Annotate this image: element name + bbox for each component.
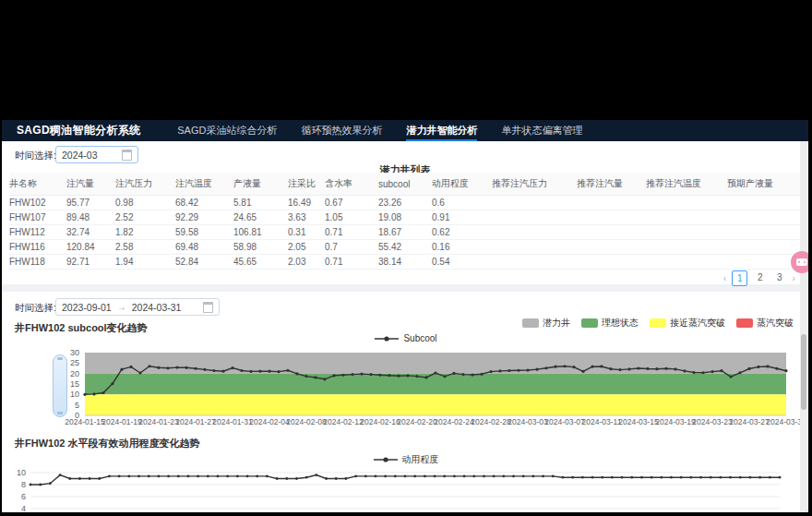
svg-text:6: 6 xyxy=(21,492,26,501)
table-cell: 0.31 xyxy=(288,225,325,240)
svg-text:2024-01-19: 2024-01-19 xyxy=(102,417,142,426)
table-cell xyxy=(646,210,727,225)
range-separator: → xyxy=(117,302,126,312)
table-cell: 23.26 xyxy=(378,196,432,210)
utilization-series-legend[interactable]: 动用程度 xyxy=(0,453,812,466)
line-marker-icon xyxy=(374,456,398,463)
table-cell: 0.71 xyxy=(325,255,378,270)
table-cell xyxy=(727,196,801,210)
band-legend: 潜力井理想状态接近蒸汽突破蒸汽突破 xyxy=(522,317,794,330)
table-cell xyxy=(727,255,801,270)
table-row[interactable]: FHW10295.770.9868.425.8116.490.6723.260.… xyxy=(9,196,801,210)
column-header: 注汽量 xyxy=(66,173,115,196)
band-legend-item[interactable]: 蒸汽突破 xyxy=(736,317,794,330)
potential-well-table: 井名称注汽量注汽压力注汽温度产液量注采比含水率subcool动用程度推荐注汽压力… xyxy=(9,173,801,270)
svg-text:2024-02-04: 2024-02-04 xyxy=(249,417,290,426)
pagination-prev-icon[interactable]: ‹ xyxy=(723,271,727,285)
table-cell: 0.98 xyxy=(115,196,175,210)
table-row[interactable]: FHW11232.741.8259.58106.810.310.7118.670… xyxy=(9,225,801,240)
svg-text:25: 25 xyxy=(70,358,79,367)
table-cell: 0.54 xyxy=(432,255,492,270)
table-cell xyxy=(577,255,646,270)
pagination-next-icon[interactable]: › xyxy=(792,271,795,285)
svg-text:2024-01-23: 2024-01-23 xyxy=(138,417,179,426)
band-legend-item[interactable]: 潜力井 xyxy=(522,317,570,330)
table-cell xyxy=(646,225,727,240)
table-cell: 2.58 xyxy=(115,240,175,255)
table-cell: 16.49 xyxy=(288,196,325,210)
subcool-line-chart: 0510152025302024-01-152024-01-192024-01-… xyxy=(0,340,812,427)
table-cell: FHW118 xyxy=(9,255,66,270)
table-cell: 5.81 xyxy=(233,196,288,210)
nav-item-0[interactable]: SAGD采油站综合分析 xyxy=(177,120,277,141)
svg-text:10: 10 xyxy=(70,390,79,399)
table-cell: FHW112 xyxy=(9,225,66,240)
svg-text:2024-01-27: 2024-01-27 xyxy=(175,417,216,426)
table-cell xyxy=(727,210,801,225)
table-header-row: 井名称注汽量注汽压力注汽温度产液量注采比含水率subcool动用程度推荐注汽压力… xyxy=(9,173,801,196)
pagination-page-2[interactable]: 2 xyxy=(753,270,767,284)
datazoom-slider[interactable] xyxy=(53,354,67,417)
section-divider xyxy=(2,284,808,292)
range-start-value: 2023-09-01 xyxy=(62,302,112,313)
table-row[interactable]: FHW116120.842.5869.4858.982.050.755.420.… xyxy=(9,240,801,255)
table-cell: 92.29 xyxy=(175,210,233,225)
column-header: 推荐注汽量 xyxy=(577,173,646,196)
table-cell xyxy=(577,225,646,240)
column-header: 注汽压力 xyxy=(115,173,175,196)
svg-text:2024-02-08: 2024-02-08 xyxy=(286,417,327,426)
column-header: 推荐注汽温度 xyxy=(646,173,727,196)
table-cell: 58.98 xyxy=(233,240,288,255)
band-legend-label: 理想状态 xyxy=(602,317,639,330)
pagination-page-1[interactable]: 1 xyxy=(732,270,747,286)
range-picker-label: 时间选择: xyxy=(15,302,56,315)
legend-swatch-icon xyxy=(650,318,666,328)
nav-item-3[interactable]: 单井状态偏离管理 xyxy=(501,120,582,141)
scrollbar-track[interactable] xyxy=(800,141,807,512)
table-cell xyxy=(646,240,727,255)
band-legend-label: 蒸汽突破 xyxy=(757,317,794,330)
table-cell: 24.65 xyxy=(233,210,288,225)
nav-item-1[interactable]: 循环预热效果分析 xyxy=(301,120,382,141)
svg-text:8: 8 xyxy=(21,480,26,489)
table-cell: 38.14 xyxy=(378,255,432,270)
month-picker-value: 2024-03 xyxy=(62,150,98,161)
month-picker-input[interactable]: 2024-03 xyxy=(55,146,138,163)
band-legend-item[interactable]: 接近蒸汽突破 xyxy=(650,317,725,330)
table-cell: 3.63 xyxy=(288,210,325,225)
table-cell: 68.42 xyxy=(175,196,233,210)
table-row[interactable]: FHW11892.711.9452.8445.652.030.7138.140.… xyxy=(9,255,801,270)
nav-item-2[interactable]: 潜力井智能分析 xyxy=(406,120,477,141)
svg-text:2024-03-03: 2024-03-03 xyxy=(508,417,548,426)
table-cell: 0.67 xyxy=(325,196,378,210)
scrollbar-thumb[interactable] xyxy=(801,334,806,410)
band-legend-item[interactable]: 理想状态 xyxy=(581,317,639,330)
column-header: 注采比 xyxy=(288,173,325,196)
app-title: SAGD稠油智能分析系统 xyxy=(17,123,140,138)
table-cell xyxy=(577,196,646,210)
date-range-input[interactable]: 2023-09-01 → 2024-03-31 xyxy=(55,298,220,316)
table-cell xyxy=(577,240,646,255)
column-header: subcool xyxy=(378,173,432,196)
svg-text:2024-03-23: 2024-03-23 xyxy=(692,417,733,426)
column-header: 注汽温度 xyxy=(175,173,233,196)
legend-swatch-icon xyxy=(581,318,598,328)
table-cell: 19.08 xyxy=(378,210,432,225)
table-cell: 18.67 xyxy=(378,225,432,240)
table-cell: 52.84 xyxy=(175,255,233,270)
table-cell: 55.42 xyxy=(378,240,432,255)
table-cell: 1.82 xyxy=(115,225,175,240)
window-frame xyxy=(808,0,812,516)
svg-text:2024-03-11: 2024-03-11 xyxy=(582,417,622,426)
robot-icon xyxy=(796,258,807,266)
table-cell: 1.94 xyxy=(115,255,175,270)
band-legend-label: 潜力井 xyxy=(543,317,570,330)
table-cell xyxy=(492,225,577,240)
table-cell: 0.62 xyxy=(432,225,492,240)
table-row[interactable]: FHW10789.482.5292.2924.653.631.0519.080.… xyxy=(9,210,801,225)
table-cell xyxy=(727,240,801,255)
svg-text:10: 10 xyxy=(17,468,26,477)
pagination-page-3[interactable]: 3 xyxy=(772,270,786,284)
table-cell: FHW116 xyxy=(9,240,66,255)
table-cell: 2.05 xyxy=(288,240,325,255)
